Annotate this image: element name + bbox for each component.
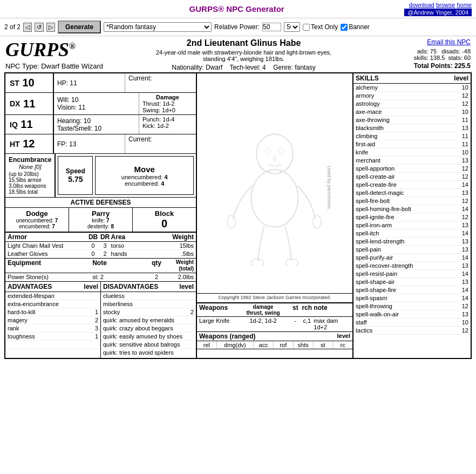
skill-row-20: spell-pain13 (353, 246, 471, 254)
skill-row-30: tactics12 (353, 327, 471, 335)
banner-checkbox[interactable] (341, 24, 348, 31)
skill-row-7: first-aid11 (353, 140, 471, 148)
skill-row-16: spell-ignite-fire12 (353, 213, 471, 221)
adv-row-6: toughness1 (5, 333, 100, 341)
npc-description: 24-year-old male with strawberry-blonde … (108, 49, 379, 56)
dis-row-6: quirk: easily amused by shoes (101, 333, 196, 341)
skill-row-23: spell-resist-pain14 (353, 270, 471, 278)
skill-row-5: blacksmith13 (353, 124, 471, 132)
armor-title: Armor (8, 233, 87, 241)
hp-value: HP: 11 (57, 79, 121, 87)
skill-row-29: staff10 (353, 319, 471, 327)
encumbrance-block: Encumbrance None [0] (up to 20lbs) 15.5l… (5, 154, 56, 197)
weapons-title: Weapons (199, 304, 236, 316)
power-select[interactable]: 50 (284, 22, 300, 32)
nav-refresh-btn[interactable]: ↺ (35, 23, 44, 32)
skill-row-3: axe-mace10 (353, 108, 471, 116)
download-link[interactable]: download (409, 2, 434, 8)
svg-point-6 (251, 259, 264, 266)
skill-row-24: spell-shape-air13 (353, 278, 471, 286)
power-input[interactable] (262, 23, 281, 31)
adv-row-3: hard-to-kill1 (5, 308, 100, 316)
app-title: GURPS® NPC Generator (189, 4, 284, 13)
ranged-rel-header: rel (197, 341, 217, 349)
watermark-text: Used by permission. (327, 166, 332, 210)
ranged-shts-header: shts (294, 341, 314, 349)
adv-row-4: magery2 (5, 316, 100, 324)
current-fp-label: Current: (128, 136, 193, 143)
npc-name: 2nd Lieutenant Glinus Habe (108, 38, 379, 48)
advantages-title: ADVANTAGES (8, 283, 52, 290)
dis-row-8: quirk: tries to avoid spiders (101, 349, 196, 357)
ranged-rof-header: rof (274, 341, 294, 349)
character-image-panel: Used by permission. Copyright 1992 Steve… (197, 73, 352, 302)
skill-row-8: knife10 (353, 148, 471, 157)
parry-block: Parry knife: 7 dexterity: 8 (69, 208, 133, 232)
active-defenses-title: ACTIVE DEFENSES (5, 198, 196, 208)
svg-point-5 (313, 215, 321, 228)
adv-row-7 (5, 341, 100, 349)
tastesmell-value: Taste/Smell: 10 (57, 125, 135, 132)
power-label: Relative Power: (214, 23, 260, 31)
fp-value: FP: 13 (57, 140, 121, 148)
skill-row-28: spell-walk-on-air13 (353, 310, 471, 319)
ht-block: HT 12 (5, 134, 54, 153)
skill-row-6: climbing11 (353, 132, 471, 140)
banner-label[interactable]: Banner (341, 23, 370, 31)
fantasy-select[interactable]: *Random fantasy Random modern Random sci… (104, 22, 212, 32)
svg-point-4 (227, 215, 235, 228)
character-svg (221, 110, 329, 266)
kick-value: Kick: 1d-2 (142, 123, 193, 129)
skill-row-1: armory12 (353, 92, 471, 100)
npc-ads-disads: ads: 75 disads: -48 (384, 48, 471, 55)
thrust-value: Thrust: 1d-2 (142, 100, 193, 107)
weapons-note-header: note (314, 304, 350, 316)
equip-row-1: Power Stone(s) st: 2 2 2.0lbs (5, 273, 196, 281)
skills-list: alchemy10armory12astrology12axe-mace10ax… (353, 84, 471, 335)
will-value: Will: 10 (57, 96, 135, 104)
skill-row-21: spell-purify-air14 (353, 254, 471, 262)
skills-level-header: level (454, 75, 468, 82)
equip-title: Equipment (8, 259, 92, 272)
skill-row-12: spell-create-fire14 (353, 181, 471, 189)
armor-area-header: Area (111, 233, 164, 241)
equip-note-header: Note (92, 259, 149, 272)
skill-row-18: spell-itch14 (353, 229, 471, 238)
skill-row-25: spell-shape-fire14 (353, 286, 471, 294)
npc-skills-stats: skills: 138.5 stats: 60 (384, 55, 471, 61)
gurps-logo: GURPS® (5, 38, 103, 61)
svg-point-9 (278, 148, 284, 155)
skills-title: SKILLS (356, 75, 379, 82)
text-only-label[interactable]: Text Only (303, 23, 338, 31)
dis-row-5: quirk: crazy about beggars (101, 324, 196, 333)
browse-link[interactable]: browse (436, 2, 455, 8)
skill-row-11: spell-create-air12 (353, 173, 471, 181)
dx-block: DX 11 (5, 93, 54, 114)
move-block: Move unencumbered: 4 encumbered: 4 (95, 156, 194, 195)
home-link[interactable]: home (457, 2, 472, 8)
skill-row-2: astrology12 (353, 100, 471, 108)
skill-row-4: axe-throwing11 (353, 116, 471, 124)
copyright-line: Copyright 1992 Steve Jackson Games Incor… (197, 293, 352, 300)
skill-row-15: spell-homing-fire-bolt14 (353, 205, 471, 213)
skill-row-19: spell-lend-strength13 (353, 238, 471, 246)
author-credit: @Andrew Yinger, 2004 (404, 9, 472, 16)
svg-point-1 (256, 134, 293, 173)
skill-row-9: merchant13 (353, 157, 471, 165)
skill-row-22: spell-recover-strength13 (353, 262, 471, 270)
adv-row-5: rank3 (5, 324, 100, 333)
email-npc-link[interactable]: Email this NPC (384, 38, 471, 46)
nav-back-btn[interactable]: ◁ (23, 23, 32, 32)
equip-qty-header: qty (149, 259, 164, 272)
adv-row-1: extended-lifespan (5, 292, 100, 300)
text-only-checkbox[interactable] (303, 24, 310, 31)
nav-forward-btn[interactable]: ▷ (46, 23, 55, 32)
equip-weight-header: Weight(total) (164, 259, 194, 272)
speed-block: Speed 5.75 (58, 156, 93, 195)
armor-row-2: Leather Gloves 0 2 hands .5lbs (5, 250, 196, 258)
skill-row-26: spell-spasm14 (353, 294, 471, 302)
generate-button[interactable]: Generate (58, 21, 101, 33)
skill-row-27: spell-throwing12 (353, 302, 471, 310)
skill-row-0: alchemy10 (353, 84, 471, 92)
npc-description2: standing 4'4", weighing 181lbs. (108, 56, 379, 62)
